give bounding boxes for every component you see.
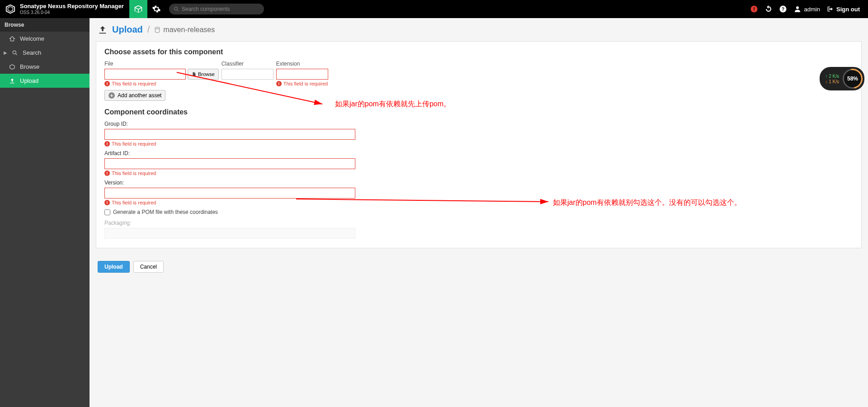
caret-right-icon: ▶ xyxy=(4,50,7,55)
artifact-id-error: This field is required xyxy=(112,170,156,176)
svg-point-9 xyxy=(796,6,799,9)
version-error: This field is required xyxy=(112,200,156,205)
generate-pom-label: Generate a POM file with these coordinat… xyxy=(113,209,218,215)
alert-icon[interactable] xyxy=(750,5,758,13)
svg-marker-1 xyxy=(8,6,13,11)
user-menu[interactable]: admin xyxy=(793,5,820,13)
extension-input[interactable] xyxy=(276,69,328,80)
generate-pom-checkbox[interactable] xyxy=(104,209,110,215)
sidebar-item-browse[interactable]: Browse xyxy=(0,60,90,74)
version-input[interactable] xyxy=(104,188,355,199)
svg-point-2 xyxy=(174,7,177,10)
sidebar-item-label: Welcome xyxy=(20,35,44,42)
search-icon xyxy=(12,50,18,56)
svg-rect-6 xyxy=(754,10,755,11)
svg-text:?: ? xyxy=(781,6,784,12)
extension-error: This field is required xyxy=(283,81,328,86)
sidebar-item-search[interactable]: ▶ Search xyxy=(0,46,90,60)
nexus-logo-icon xyxy=(5,4,15,14)
action-buttons: Upload Cancel xyxy=(90,255,868,273)
refresh-icon[interactable] xyxy=(764,5,773,13)
breadcrumb-repo-label: maven-releases xyxy=(163,26,215,34)
nav-settings-button[interactable] xyxy=(147,0,165,18)
breadcrumb-separator: / xyxy=(147,24,150,35)
svg-rect-5 xyxy=(754,7,755,10)
header-right: ? admin Sign out xyxy=(750,5,868,13)
cube-icon xyxy=(134,5,143,14)
group-id-input[interactable] xyxy=(104,129,355,140)
network-speed-widget[interactable]: ↑ 2 K/s ↓ 1 K/s 58% xyxy=(820,67,864,90)
packaging-label: Packaging: xyxy=(104,220,853,226)
classifier-label: Classifier xyxy=(222,61,274,67)
group-id-error: This field is required xyxy=(112,141,156,147)
cancel-button[interactable]: Cancel xyxy=(133,261,164,273)
classifier-input[interactable] xyxy=(222,69,274,80)
upload-icon xyxy=(98,25,108,35)
annotation-text-1: 如果jar的pom有依赖就先上传pom。 xyxy=(335,99,451,109)
user-label: admin xyxy=(804,6,820,13)
packaging-input xyxy=(104,228,355,239)
plus-icon: + xyxy=(108,92,115,99)
search-icon xyxy=(174,6,179,12)
error-icon: ! xyxy=(104,200,110,205)
error-icon: ! xyxy=(276,81,282,86)
svg-marker-10 xyxy=(10,36,15,41)
database-icon xyxy=(154,27,160,33)
sign-out-button[interactable]: Sign out xyxy=(826,5,860,13)
breadcrumb-repo[interactable]: maven-releases xyxy=(154,26,215,34)
sidebar-item-label: Browse xyxy=(20,63,39,70)
upload-button[interactable]: Upload xyxy=(98,261,130,273)
svg-line-3 xyxy=(177,10,178,11)
error-icon: ! xyxy=(104,170,110,176)
file-input[interactable] xyxy=(104,69,186,80)
error-icon: ! xyxy=(104,141,110,147)
artifact-id-label: Artifact ID: xyxy=(104,150,853,156)
content-area: Upload / maven-releases Choose assets fo… xyxy=(90,18,868,407)
search-input[interactable]: Search components xyxy=(169,4,264,14)
sidebar-item-label: Upload xyxy=(20,77,38,84)
svg-point-14 xyxy=(156,27,160,29)
add-asset-button[interactable]: + Add another asset xyxy=(104,90,165,101)
browse-label: Browse xyxy=(198,71,215,77)
svg-point-11 xyxy=(13,51,16,54)
extension-label: Extension xyxy=(276,61,328,67)
search-placeholder: Search components xyxy=(182,6,230,12)
brand-title: Sonatype Nexus Repository Manager xyxy=(20,3,124,9)
assets-section-title: Choose assets for this component xyxy=(104,48,853,56)
page-title: Upload xyxy=(112,24,143,35)
upload-icon xyxy=(9,78,15,84)
upload-panel: Choose assets for this component File !T… xyxy=(96,41,862,248)
error-icon: ! xyxy=(104,81,110,86)
file-label: File xyxy=(104,61,186,67)
cube-icon xyxy=(9,64,15,70)
gear-icon xyxy=(152,5,161,14)
gauge-meter: 58% xyxy=(843,69,863,89)
app-header: Sonatype Nexus Repository Manager OSS 3.… xyxy=(0,0,868,18)
file-icon xyxy=(192,71,196,77)
brand-version: OSS 3.26.0-04 xyxy=(20,10,124,15)
sidebar-item-welcome[interactable]: Welcome xyxy=(0,32,90,46)
group-id-label: Group ID: xyxy=(104,121,853,127)
sidebar: Browse Welcome ▶ Search Browse Upload xyxy=(0,18,90,407)
download-speed: ↓ xyxy=(825,79,827,84)
page-header: Upload / maven-releases xyxy=(90,18,868,41)
asset-row: File !This field is required Browse Clas… xyxy=(104,61,853,86)
sign-out-label: Sign out xyxy=(836,6,860,13)
coords-section-title: Component coordinates xyxy=(104,108,853,116)
sidebar-item-upload[interactable]: Upload xyxy=(0,74,90,88)
brand: Sonatype Nexus Repository Manager OSS 3.… xyxy=(0,3,129,14)
svg-marker-0 xyxy=(6,5,14,13)
version-label: Version: xyxy=(104,180,853,186)
upload-speed: ↑ xyxy=(825,74,827,79)
browse-button[interactable]: Browse xyxy=(188,69,219,80)
add-asset-label: Add another asset xyxy=(118,92,161,99)
artifact-id-input[interactable] xyxy=(104,158,355,169)
sidebar-item-label: Search xyxy=(23,49,41,56)
home-icon xyxy=(9,36,15,42)
help-icon[interactable]: ? xyxy=(779,5,787,13)
user-icon xyxy=(793,5,802,13)
nav-cube-button[interactable] xyxy=(129,0,147,18)
sidebar-header: Browse xyxy=(0,18,90,32)
file-error: This field is required xyxy=(112,81,156,86)
svg-marker-13 xyxy=(10,64,15,69)
